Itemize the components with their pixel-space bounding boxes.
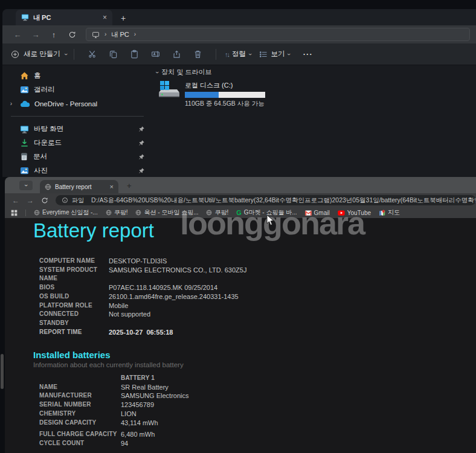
apps-grid-icon[interactable] — [11, 210, 18, 216]
collapse-chevron-icon: › — [154, 71, 160, 73]
more-options-icon[interactable]: ··· — [303, 50, 313, 59]
copy-icon[interactable] — [103, 50, 124, 59]
explorer-tab-my-pc[interactable]: 내 PC × — [16, 10, 112, 25]
bookmark-coupang-2[interactable]: 쿠팡! — [206, 208, 228, 217]
share-icon[interactable] — [166, 50, 187, 59]
battery-column-header: BATTERY 1 — [121, 374, 155, 383]
forward-icon[interactable]: → — [27, 30, 45, 39]
globe-icon — [135, 210, 141, 216]
breadcrumb-separator-icon: › — [105, 31, 106, 37]
bookmark-gmarket[interactable]: G G마켓 - 쇼핑을 바... — [236, 208, 297, 217]
explorer-nav-bar: ← → ↑ › 내 PC › — [2, 25, 476, 43]
globe-favicon-icon — [45, 184, 51, 190]
view-list-icon — [259, 51, 268, 58]
breadcrumb-my-pc[interactable]: 내 PC — [111, 30, 129, 39]
gallery-icon — [20, 85, 29, 94]
view-button[interactable]: 보기 › — [259, 50, 289, 59]
table-row: COMPUTER NAME DESKTOP-TLDI3IS — [39, 257, 246, 266]
downloads-icon — [20, 138, 29, 147]
pictures-icon — [20, 166, 29, 175]
onedrive-cloud-icon — [20, 100, 30, 108]
new-item-button[interactable]: 새로 만들기 › — [11, 50, 66, 59]
up-icon[interactable]: ↑ — [45, 30, 63, 39]
bookmarks-bar: Everytime 신일절 -... 쿠팡! 옥션 - 모바일 쇼핑... 쿠팡… — [5, 207, 476, 218]
sidebar-item-onedrive[interactable]: › OneDrive - Personal — [2, 97, 152, 111]
globe-icon — [106, 210, 112, 216]
document-icon — [20, 152, 28, 161]
explorer-tab-title: 내 PC — [33, 13, 98, 22]
info-icon[interactable] — [62, 197, 68, 204]
chevron-down-icon: › — [62, 53, 68, 55]
browser-tab-close-icon[interactable]: × — [110, 184, 114, 190]
pin-icon — [138, 140, 145, 146]
cut-icon[interactable] — [82, 50, 103, 59]
sort-button[interactable]: ↑↓ 정렬 › — [225, 50, 251, 59]
browser-back-icon[interactable]: ← — [12, 196, 19, 205]
globe-icon — [34, 210, 40, 216]
bookmark-youtube[interactable]: YouTube — [338, 210, 371, 216]
bookmark-maps[interactable]: 지도 — [379, 208, 400, 217]
view-label: 보기 — [271, 50, 285, 59]
sidebar-item-desktop[interactable]: 바탕 화면 — [2, 122, 152, 136]
breadcrumb-pc-icon — [92, 31, 100, 39]
table-header-row: BATTERY 1 — [39, 374, 188, 383]
sidebar-item-documents[interactable]: 문서 — [2, 150, 152, 164]
battery-report-page: Battery report COMPUTER NAME DESKTOP-TLD… — [5, 218, 476, 453]
explorer-new-tab-button[interactable]: + — [121, 14, 126, 22]
bookmark-gmail[interactable]: Gmail — [305, 210, 330, 216]
battery-info-table: BATTERY 1 NAME SR Real Battery MANUFACTU… — [39, 374, 188, 448]
browser-tab-strip: › Battery report × + — [5, 177, 476, 193]
local-disk-icon — [158, 81, 180, 99]
sidebar-item-pictures[interactable]: 사진 — [2, 164, 152, 177]
drive-item-c[interactable]: 로컬 디스크 (C:) 110GB 중 64.5GB 사용 가능 — [158, 81, 476, 108]
file-explorer-window: 내 PC × + ← → ↑ › 내 PC › 새로 만들기 › — [2, 9, 476, 177]
expand-chevron-icon[interactable]: › — [7, 101, 15, 107]
paste-icon[interactable] — [124, 50, 145, 59]
pin-icon — [138, 153, 145, 160]
pin-icon — [138, 167, 145, 174]
table-row: FULL CHARGE CAPACITY 6,480 mWh — [39, 430, 188, 439]
table-row: PLATFORM ROLE Mobile — [39, 301, 246, 310]
bookmark-auction[interactable]: 옥션 - 모바일 쇼핑... — [135, 208, 198, 217]
browser-new-tab-button[interactable]: + — [127, 182, 132, 190]
address-bar[interactable]: › 내 PC › — [86, 28, 470, 41]
pin-icon — [138, 126, 145, 132]
back-icon[interactable]: ← — [8, 30, 27, 39]
url-scheme-label: 파일 — [72, 196, 84, 205]
gmail-icon — [305, 210, 312, 216]
table-row-report-time: REPORT TIME 2025-10-27 06:55:18 — [39, 328, 246, 337]
browser-forward-icon[interactable]: → — [27, 196, 34, 205]
sort-label: 정렬 — [232, 50, 246, 59]
url-input[interactable]: 파일 D:/AS용-64GB%20USB%20내용/노트북Util/노트북bat… — [56, 195, 476, 205]
bookmarks-divider — [25, 210, 26, 216]
table-row: BIOS P07AEC.118.140925.MK 09/25/2014 — [39, 283, 246, 292]
sidebar-item-downloads[interactable]: 다운로드 — [2, 136, 152, 150]
table-row: MANUFACTURER SAMSUNG Electronics — [39, 391, 188, 400]
explorer-sidebar: 홈 갤러리 › OneDrive - Personal — [2, 65, 152, 177]
home-icon — [20, 71, 29, 80]
my-pc-monitor-icon — [21, 14, 29, 21]
refresh-icon[interactable] — [63, 31, 81, 39]
drive-usage-fill — [185, 92, 219, 98]
drive-usage-text: 110GB 중 64.5GB 사용 가능 — [185, 100, 265, 108]
table-row: DESIGN CAPACITY 43,114 mWh — [39, 419, 188, 428]
table-row: NAME SR Real Battery — [39, 383, 188, 392]
delete-icon[interactable] — [187, 50, 208, 59]
tab-menu-button[interactable]: › — [19, 181, 33, 190]
bookmark-everytime[interactable]: Everytime 신일절 -... — [34, 208, 98, 217]
bookmark-coupang-1[interactable]: 쿠팡! — [106, 208, 128, 217]
sidebar-item-home[interactable]: 홈 — [2, 69, 152, 83]
devices-and-drives-section-header[interactable]: › 장치 및 드라이브 — [156, 68, 476, 77]
page-scrollbar-thumb[interactable] — [1, 354, 4, 389]
drive-name: 로컬 디스크 (C:) — [185, 81, 265, 90]
globe-icon — [206, 210, 212, 216]
browser-refresh-icon[interactable] — [41, 197, 48, 204]
explorer-tab-close-icon[interactable]: × — [103, 14, 107, 21]
rename-icon[interactable] — [145, 50, 166, 59]
sidebar-divider — [11, 116, 144, 117]
report-title: Battery report — [33, 219, 154, 242]
browser-tab-battery-report[interactable]: Battery report × — [40, 180, 118, 193]
toolbar-separator — [216, 49, 216, 60]
browser-url-bar: ← → 파일 D:/AS용-64GB%20USB%20내용/노트북Util/노트… — [5, 193, 476, 207]
sidebar-item-gallery[interactable]: 갤러리 — [2, 83, 152, 97]
